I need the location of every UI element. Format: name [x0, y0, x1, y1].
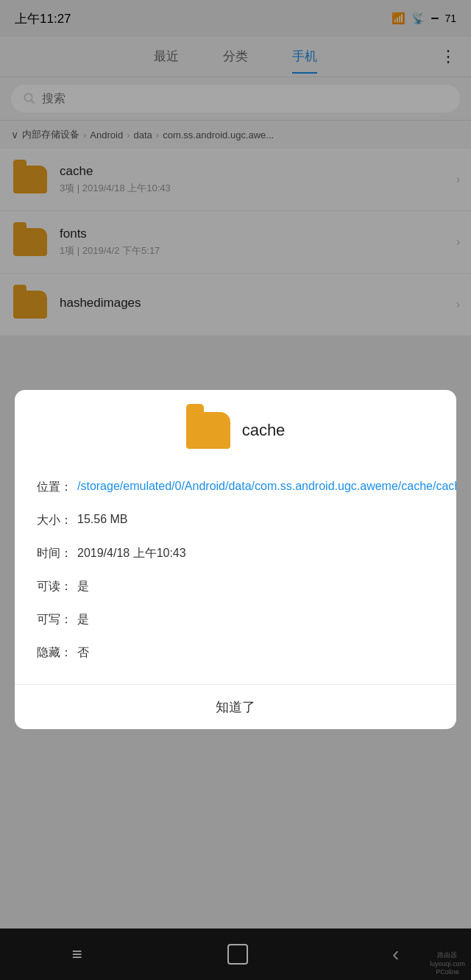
dialog-folder-icon — [186, 412, 230, 449]
dialog-header: cache — [15, 390, 456, 464]
file-info-dialog: cache 位置： /storage/emulated/0/Android/da… — [15, 390, 456, 729]
info-label-location: 位置： — [37, 480, 77, 495]
dialog-info: 位置： /storage/emulated/0/Android/data/com… — [15, 464, 456, 684]
info-label-writable: 可写： — [37, 612, 77, 628]
info-label-hidden: 隐藏： — [37, 645, 77, 661]
info-row-writable: 可写： 是 — [37, 603, 434, 636]
info-value-writable: 是 — [77, 612, 434, 628]
dialog-footer: 知道了 — [15, 684, 456, 729]
info-row-time: 时间： 2019/4/18 上午10:43 — [37, 537, 434, 570]
info-value-time: 2019/4/18 上午10:43 — [77, 546, 434, 561]
info-value-hidden: 否 — [77, 645, 434, 661]
info-value-readable: 是 — [77, 579, 434, 594]
info-label-time: 时间： — [37, 546, 77, 561]
info-row-size: 大小： 15.56 MB — [37, 504, 434, 537]
dialog-title-row: cache — [186, 412, 286, 449]
info-label-readable: 可读： — [37, 579, 77, 594]
info-row-readable: 可读： 是 — [37, 570, 434, 603]
info-label-size: 大小： — [37, 513, 77, 528]
info-value-location[interactable]: /storage/emulated/0/Android/data/com.ss.… — [77, 480, 456, 493]
dialog-folder-name: cache — [242, 421, 286, 440]
confirm-button[interactable]: 知道了 — [15, 685, 456, 729]
info-value-size: 15.56 MB — [77, 513, 434, 526]
info-row-hidden: 隐藏： 否 — [37, 636, 434, 670]
info-row-location: 位置： /storage/emulated/0/Android/data/com… — [37, 471, 434, 504]
